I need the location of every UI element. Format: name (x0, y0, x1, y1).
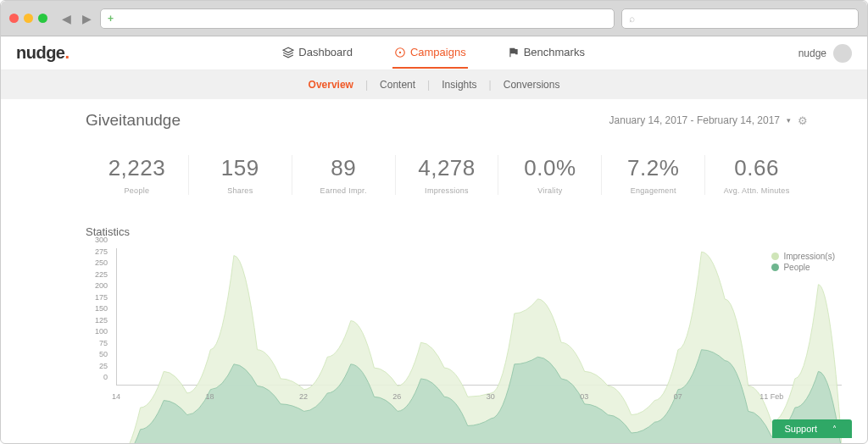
statistics-chart: 0255075100125150175200225250275300 Impre… (86, 248, 842, 401)
campaign-title: Giveitanudge (86, 111, 181, 130)
metric-label: Earned Impr. (298, 186, 390, 195)
nav-dashboard[interactable]: Dashboard (281, 37, 354, 69)
metric-value: 2,223 (91, 155, 183, 181)
chart-legend: Impression(s) People (771, 252, 835, 274)
top-nav: nudge. Dashboard Campaigns Benchmarks nu… (1, 36, 867, 70)
caret-down-icon: ▾ (787, 116, 791, 125)
sub-tabs: Overview | Content | Insights | Conversi… (1, 70, 867, 99)
metric-impressions: 4,278 Impressions (396, 155, 499, 195)
maximize-icon[interactable] (38, 14, 47, 23)
avatar (833, 44, 852, 63)
user-name: nudge (798, 47, 826, 59)
forward-icon[interactable]: ▶ (80, 12, 93, 25)
nav-benchmarks-label: Benchmarks (524, 46, 585, 58)
close-icon[interactable] (9, 14, 19, 23)
search-icon: ⌕ (629, 13, 635, 25)
date-range-text: January 14, 2017 - February 14, 2017 (609, 114, 780, 126)
tab-conversions[interactable]: Conversions (492, 79, 572, 91)
address-bar[interactable]: + (100, 8, 615, 29)
legend-dot-people (771, 264, 779, 271)
title-row: Giveitanudge January 14, 2017 - February… (1, 99, 867, 136)
legend-people: People (771, 263, 835, 272)
gear-icon[interactable]: ⚙ (798, 114, 808, 127)
minimize-icon[interactable] (24, 14, 33, 23)
metric-value: 159 (194, 155, 287, 181)
date-range-picker[interactable]: January 14, 2017 - February 14, 2017 ▾ ⚙ (609, 114, 808, 127)
back-icon[interactable]: ◀ (59, 12, 73, 25)
support-button[interactable]: Support ˄ (772, 419, 852, 438)
metric-label: Shares (194, 186, 287, 195)
metric-label: Engagement (607, 186, 699, 195)
support-label: Support (784, 424, 817, 434)
metric-value: 0.66 (710, 155, 803, 181)
metric-value: 0.0% (504, 155, 596, 181)
chart-areas (117, 248, 842, 444)
legend-impressions-label: Impression(s) (783, 252, 835, 261)
legend-people-label: People (783, 263, 810, 272)
nav-campaigns-label: Campaigns (410, 46, 466, 58)
browser-chrome: ◀ ▶ + ⌕ (1, 1, 867, 36)
metric-value: 4,278 (401, 155, 493, 181)
tab-insights[interactable]: Insights (430, 79, 488, 91)
nav-campaigns[interactable]: Campaigns (392, 37, 468, 69)
metric-value: 7.2% (607, 155, 699, 181)
tab-overview[interactable]: Overview (297, 79, 365, 91)
metric-value: 89 (298, 155, 390, 181)
svg-marker-0 (283, 47, 293, 53)
layers-icon (282, 47, 294, 58)
chart-x-axis: 1418222630030711 Feb (116, 387, 842, 401)
metric-label: Avg. Attn. Minutes (710, 186, 803, 195)
metric-shares: 159 Shares (189, 155, 292, 195)
metric-label: People (91, 186, 183, 195)
window-controls (9, 14, 47, 23)
metric-label: Impressions (401, 186, 493, 195)
user-menu[interactable]: nudge (798, 44, 852, 63)
metric-engagement: 7.2% Engagement (602, 155, 705, 195)
flag-icon (508, 47, 520, 58)
nav-benchmarks[interactable]: Benchmarks (506, 37, 587, 69)
legend-impressions: Impression(s) (771, 252, 835, 261)
metrics-row: 2,223 People 159 Shares 89 Earned Impr. … (1, 136, 867, 210)
target-icon (394, 47, 406, 58)
chart-y-axis: 0255075100125150175200225250275300 (86, 248, 111, 386)
svg-point-2 (399, 52, 400, 53)
metric-people: 2,223 People (86, 155, 189, 195)
statistics-heading: Statistics (1, 210, 867, 241)
logo[interactable]: nudge. (16, 43, 70, 63)
logo-text: nudge (16, 43, 65, 62)
metric-earned: 89 Earned Impr. (292, 155, 396, 195)
tab-content[interactable]: Content (368, 79, 427, 91)
chevron-up-icon: ˄ (832, 425, 837, 434)
metric-virality: 0.0% Virality (498, 155, 602, 195)
metric-label: Virality (504, 186, 596, 195)
legend-dot-impressions (771, 253, 779, 260)
nav-dashboard-label: Dashboard (298, 46, 353, 58)
add-tab-icon[interactable]: + (108, 13, 114, 25)
chart-plot-area: Impression(s) People (116, 248, 842, 386)
search-bar[interactable]: ⌕ (621, 8, 859, 29)
nav-center: Dashboard Campaigns Benchmarks (70, 37, 798, 69)
metric-attention: 0.66 Avg. Attn. Minutes (705, 155, 808, 195)
